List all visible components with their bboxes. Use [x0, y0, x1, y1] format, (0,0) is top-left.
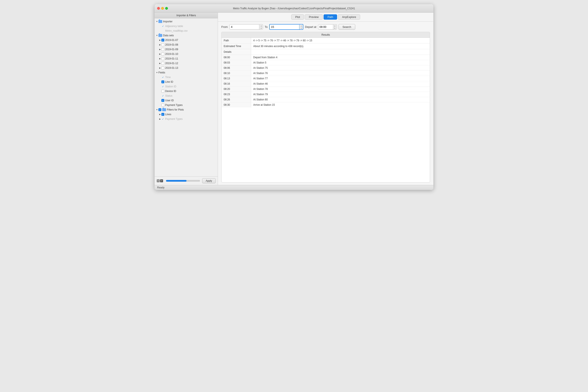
- to-input[interactable]: [270, 24, 299, 29]
- time-input[interactable]: [318, 24, 333, 29]
- apply-button[interactable]: Apply: [202, 178, 216, 183]
- sidebar-item-payment-types-filter[interactable]: ✓ Payment Types: [158, 117, 218, 121]
- checkbox-2019-01-07[interactable]: [161, 38, 164, 42]
- sidebar-item-2019-01-11[interactable]: 2019-01-11: [158, 56, 218, 61]
- sidebar-item-device-id[interactable]: Device ID: [158, 89, 218, 94]
- checkbox-filters[interactable]: [158, 108, 161, 111]
- sidebar-item-2019-01-13[interactable]: 2019-01-13: [158, 66, 218, 70]
- to-label: To: [265, 25, 267, 28]
- maximize-button[interactable]: [165, 7, 168, 10]
- tree-arrow-2019-01-07[interactable]: [158, 38, 161, 42]
- to-spinner-up[interactable]: ▲: [300, 25, 303, 27]
- detail-desc: At Station 77: [251, 76, 430, 81]
- results-table: Results Path 4 -> 5 -> 75 -> 76 -> 77 ->…: [221, 32, 430, 182]
- checkbox-lines[interactable]: [161, 113, 164, 116]
- checkbox-payment-types[interactable]: [161, 104, 164, 106]
- detail-desc: At Station 78: [251, 86, 430, 92]
- from-spinner-up[interactable]: ▲: [259, 25, 263, 27]
- sidebar-item-payment-types[interactable]: Payment Types: [158, 103, 218, 108]
- minimize-button[interactable]: [161, 7, 164, 10]
- detail-time: 08:23: [221, 92, 251, 97]
- sidebar-footer: ✕ ↺ Apply: [155, 176, 218, 185]
- sidebar-item-datasets[interactable]: Data sets: [155, 33, 218, 38]
- roadmap-label: Metro_roadMap.csv: [165, 29, 188, 32]
- sidebar-item-importer[interactable]: Importer: [155, 19, 218, 24]
- detail-row: 08:13At Station 77: [221, 76, 430, 81]
- checkbox-device-id[interactable]: [161, 90, 164, 92]
- sidebar-item-time[interactable]: ✓ Time: [158, 75, 218, 80]
- results-header: Results: [221, 32, 430, 38]
- tree-arrow-2019-01-08[interactable]: [158, 43, 161, 46]
- tree-arrow-filters[interactable]: [155, 108, 158, 111]
- tab-plot[interactable]: Plot: [291, 14, 304, 20]
- time-spinner-down[interactable]: ▼: [333, 27, 337, 29]
- tab-anyexplore[interactable]: AnyExplore: [338, 14, 360, 20]
- tab-path[interactable]: Path: [324, 14, 337, 20]
- tree-arrow-datasets[interactable]: [155, 34, 158, 37]
- payment-types-label: Payment Types: [165, 104, 183, 106]
- checkbox-2019-01-09[interactable]: [161, 48, 164, 51]
- sidebar-item-2019-01-08[interactable]: 2019-01-08: [158, 42, 218, 47]
- checkbox-2019-01-08[interactable]: [161, 43, 164, 46]
- check-status: ✓: [161, 94, 164, 97]
- detail-time: 08:06: [221, 66, 251, 70]
- tree-arrow-payment-types-filter[interactable]: [158, 118, 161, 120]
- check-payment-types-filter: ✓: [161, 118, 164, 120]
- sidebar-item-metro-roadmap[interactable]: Metro_roadMap.csv: [158, 28, 218, 33]
- sidebar-item-filters[interactable]: Filters for Plots: [155, 108, 218, 112]
- label-2019-01-13: 2019-01-13: [165, 66, 178, 70]
- tree-arrow-2019-01-12[interactable]: [158, 62, 161, 65]
- tree-arrow-importer[interactable]: [155, 20, 158, 23]
- tree-arrow-2019-01-11[interactable]: [158, 57, 161, 60]
- tab-preview[interactable]: Preview: [305, 14, 323, 20]
- detail-row: 08:06At Station 75: [221, 66, 430, 71]
- sidebar-item-lines[interactable]: Lines: [158, 112, 218, 117]
- detail-desc: Arrive at Station 15: [251, 102, 430, 108]
- tree-arrow-station-id: [158, 85, 161, 88]
- time-spinner-up[interactable]: ▲: [333, 25, 337, 27]
- sidebar-icon-2[interactable]: ↺: [160, 179, 163, 182]
- from-spinner-down[interactable]: ▼: [259, 27, 263, 29]
- tree-arrow-time: [158, 76, 161, 79]
- checkbox-2019-01-13[interactable]: [161, 66, 164, 70]
- checkbox-2019-01-10[interactable]: [161, 52, 164, 56]
- to-spinner-down[interactable]: ▼: [300, 27, 303, 29]
- detail-desc: Depart from Station 4: [251, 55, 430, 60]
- checkbox-line-id[interactable]: [161, 80, 164, 83]
- sidebar-item-fields[interactable]: Fields: [155, 70, 218, 75]
- checkbox-user-id[interactable]: [161, 99, 164, 102]
- detail-time: 08:03: [221, 60, 251, 65]
- close-button[interactable]: [157, 7, 160, 10]
- folder-icon-datasets: [158, 34, 162, 37]
- sidebar-item-2019-01-09[interactable]: 2019-01-09: [158, 47, 218, 52]
- search-button[interactable]: Search: [339, 24, 355, 30]
- checkbox-2019-01-11[interactable]: [161, 57, 164, 60]
- sidebar-item-line-id[interactable]: Line ID: [158, 80, 218, 84]
- payment-types-filter-label: Payment Types: [165, 118, 183, 120]
- tree-arrow-2019-01-09[interactable]: [158, 48, 161, 51]
- tree-arrow-fields[interactable]: [155, 71, 158, 74]
- sidebar-item-2019-01-07[interactable]: 2019-01-07: [158, 38, 218, 42]
- tree-arrow-line-id: [158, 80, 161, 83]
- sidebar-item-status[interactable]: ✓ Status: [158, 94, 218, 98]
- tree-arrow-2019-01-13[interactable]: [158, 66, 161, 70]
- sidebar-item-station-id[interactable]: ✓ Station ID: [158, 84, 218, 89]
- sidebar-item-2019-01-10[interactable]: 2019-01-10: [158, 52, 218, 56]
- tree-arrow-adjacency: [158, 25, 161, 28]
- tree-arrow-lines[interactable]: [158, 113, 161, 116]
- check-time: ✓: [161, 76, 164, 79]
- detail-row: 08:10At Station 76: [221, 71, 430, 76]
- sidebar-item-adjacency-table[interactable]: ✓ Adjacency table: [158, 24, 218, 28]
- tree-arrow-status: [158, 94, 161, 97]
- sidebar-item-2019-01-12[interactable]: 2019-01-12: [158, 61, 218, 66]
- tab-bar: Plot Preview Path AnyExplore: [218, 13, 433, 22]
- detail-row: 08:16At Station 46: [221, 81, 430, 86]
- from-input[interactable]: [230, 24, 259, 29]
- status-label: Status: [165, 94, 172, 97]
- checkbox-2019-01-12[interactable]: [161, 62, 164, 65]
- sidebar-item-user-id[interactable]: User ID: [158, 98, 218, 103]
- sidebar-icon-1[interactable]: ✕: [157, 179, 160, 182]
- to-input-wrap: ▲ ▼: [269, 24, 303, 30]
- label-2019-01-12: 2019-01-12: [165, 62, 178, 65]
- tree-arrow-2019-01-10[interactable]: [158, 52, 161, 56]
